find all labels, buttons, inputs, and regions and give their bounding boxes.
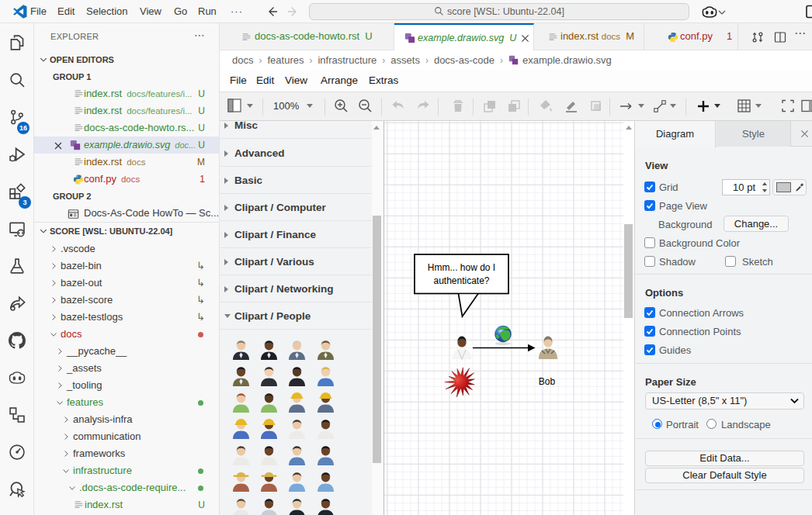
svg-text:Hmm... how do I: Hmm... how do I (428, 262, 495, 273)
svg-text:authenticate?: authenticate? (433, 275, 489, 286)
svg-text:Bob: Bob (539, 376, 556, 387)
